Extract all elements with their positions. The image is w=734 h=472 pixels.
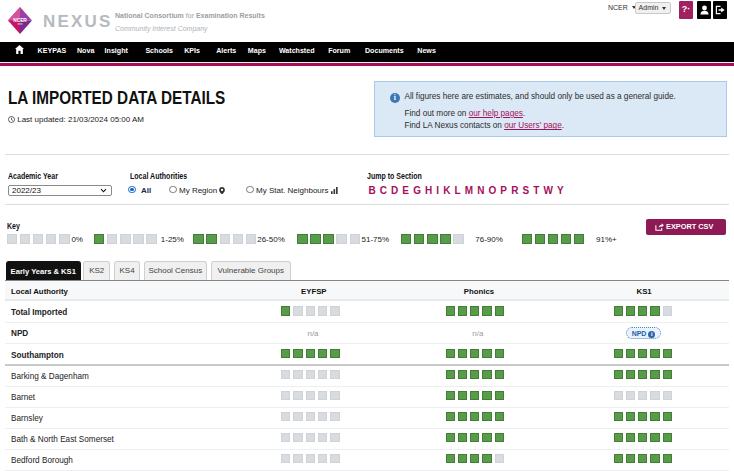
svg-text:NCER: NCER — [13, 18, 27, 23]
